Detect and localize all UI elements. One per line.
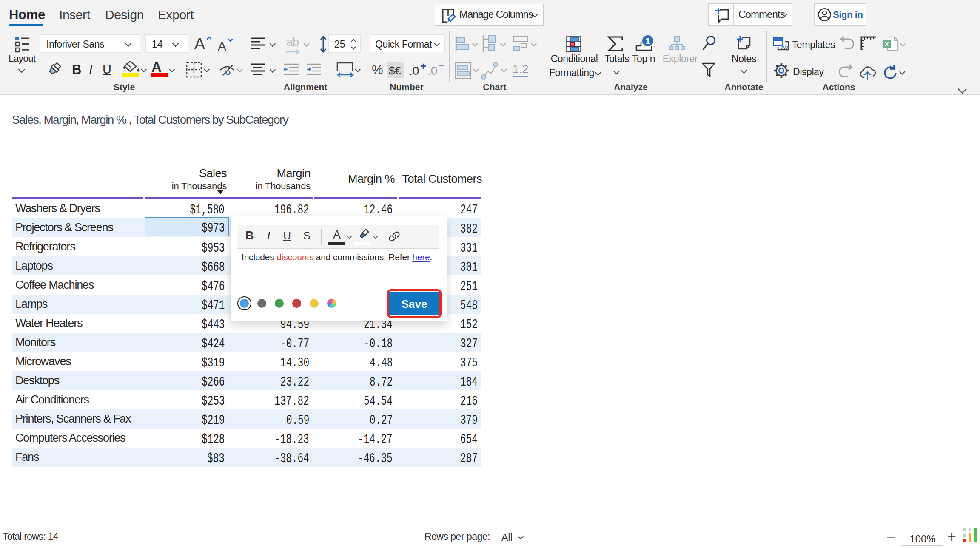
svg-text:X: X	[884, 40, 889, 48]
